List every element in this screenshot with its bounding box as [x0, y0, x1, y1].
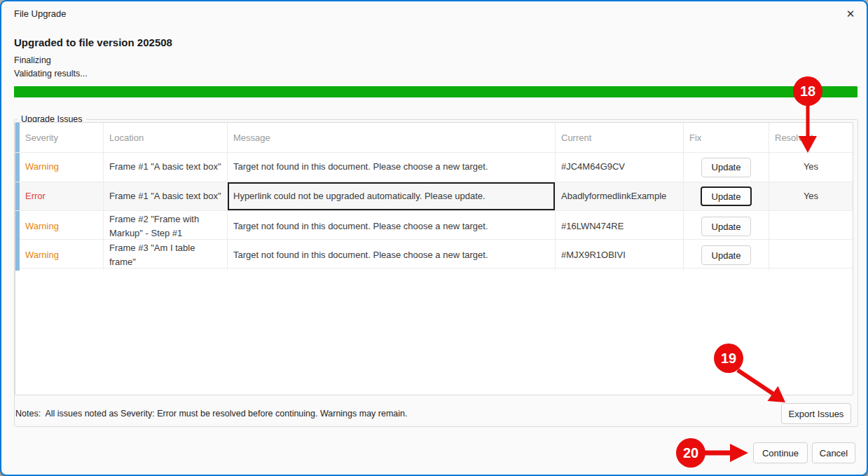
update-button[interactable]: Update	[701, 158, 752, 177]
update-button-focused[interactable]: Update	[701, 186, 752, 206]
location-cell: Frame #1 "A basic text box"	[104, 182, 228, 210]
message-cell[interactable]: Target not found in this document. Pleas…	[228, 211, 556, 242]
annotation-step-18: 18	[793, 76, 822, 106]
col-header-severity[interactable]: Severity	[20, 123, 104, 152]
annotation-arrow-18	[796, 104, 820, 154]
cancel-button[interactable]: Cancel	[812, 442, 855, 463]
severity-cell: Warning	[20, 153, 104, 182]
col-header-message[interactable]: Message	[228, 123, 556, 152]
location-cell: Frame #1 "A basic text box"	[104, 153, 228, 182]
progress-bar	[14, 86, 857, 97]
severity-cell: Warning	[20, 211, 104, 242]
severity-cell: Warning	[20, 240, 104, 271]
status-label: Validating results...	[14, 69, 88, 79]
resolved-cell	[769, 211, 853, 242]
location-cell: Frame #2 "Frame with Markup" - Step #1	[104, 211, 228, 242]
window-title: File Upgrade	[14, 8, 66, 19]
message-cell[interactable]: Target not found in this document. Pleas…	[228, 153, 556, 182]
file-upgrade-dialog: File Upgrade ✕ Upgraded to file version …	[0, 0, 868, 476]
stage-label: Finalizing	[14, 55, 51, 65]
col-header-location[interactable]: Location	[104, 123, 228, 152]
resolved-cell: Yes	[769, 153, 853, 182]
annotation-step-20: 20	[676, 438, 705, 468]
notes-label: Notes: All issues noted as Severity: Err…	[15, 409, 408, 419]
resolved-cell	[769, 240, 853, 271]
upgrade-issues-groupbox: Upgrade Issues Severity Location Message…	[14, 119, 858, 427]
message-cell[interactable]: Target not found in this document. Pleas…	[228, 240, 556, 271]
close-icon[interactable]: ✕	[841, 5, 860, 23]
table-row[interactable]: Warning Frame #1 "A basic text box" Targ…	[15, 153, 853, 182]
table-header-row: Severity Location Message Current Fix Re…	[15, 123, 853, 153]
fix-cell: Update	[684, 240, 769, 271]
update-button[interactable]: Update	[701, 245, 752, 265]
col-header-current[interactable]: Current	[556, 123, 684, 152]
export-issues-button[interactable]: Export Issues	[781, 403, 851, 424]
continue-button[interactable]: Continue	[753, 442, 808, 463]
resolved-cell: Yes	[769, 182, 853, 210]
annotation-arrow-19	[733, 365, 790, 405]
table-row[interactable]: Error Frame #1 "A basic text box" Hyperl…	[15, 182, 853, 211]
update-button[interactable]: Update	[701, 217, 752, 236]
message-cell-selected[interactable]: Hyperlink could not be upgraded automati…	[228, 182, 556, 210]
severity-cell: Error	[20, 182, 104, 210]
current-cell: AbadlyformedlinkExample	[556, 182, 684, 210]
table-row[interactable]: Warning Frame #3 "Am I table frame" Targ…	[15, 240, 853, 268]
fix-cell: Update	[684, 182, 769, 210]
current-cell: #16LWN474RE	[556, 211, 684, 242]
fix-cell: Update	[684, 211, 769, 242]
col-header-fix[interactable]: Fix	[684, 123, 769, 152]
current-cell: #MJX9R1OBIVI	[556, 240, 684, 271]
fix-cell: Update	[684, 153, 769, 182]
current-cell: #JC4M64G9CV	[556, 153, 684, 182]
location-cell: Frame #3 "Am I table frame"	[104, 240, 228, 271]
annotation-step-19: 19	[714, 344, 743, 373]
progress-fill	[14, 86, 857, 97]
table-row[interactable]: Warning Frame #2 "Frame with Markup" - S…	[15, 211, 853, 240]
annotation-arrow-20	[703, 442, 750, 464]
upgrade-heading: Upgraded to file version 202508	[14, 36, 172, 48]
